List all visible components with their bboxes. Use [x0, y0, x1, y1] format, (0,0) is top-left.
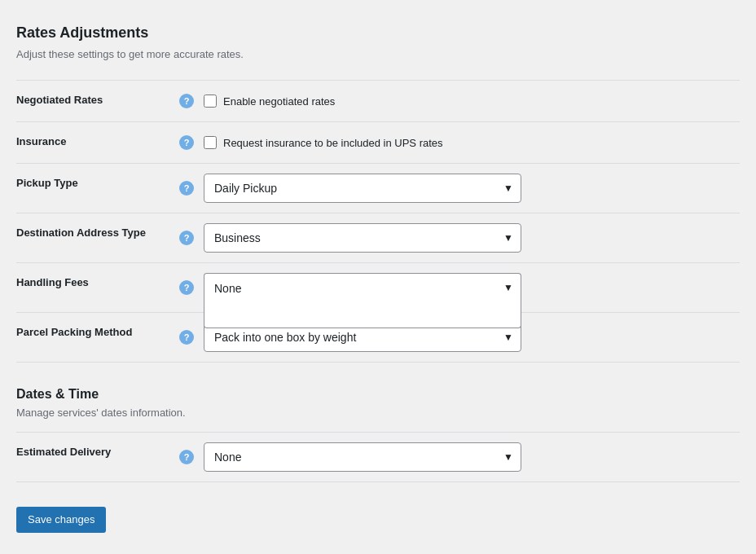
insurance-checkbox-wrapper[interactable]: Request insurance to be included in UPS …	[204, 136, 740, 149]
save-changes-button[interactable]: Save changes	[16, 507, 106, 533]
save-button-container: Save changes	[16, 507, 740, 533]
pickup-type-help-icon[interactable]: ?	[179, 181, 194, 196]
rates-settings-table: Negotiated Rates ? Enable negotiated rat…	[16, 80, 740, 363]
pickup-type-select-wrapper: Daily Pickup Customer Counter One Time P…	[204, 174, 521, 203]
estimated-delivery-label: Estimated Delivery	[16, 433, 179, 482]
rates-section-description: Adjust these settings to get more accura…	[16, 48, 740, 60]
pickup-type-help-cell: ?	[179, 164, 204, 213]
dates-section-description: Manage services' dates information.	[16, 407, 740, 419]
insurance-help-cell: ?	[179, 122, 204, 164]
page-container: Rates Adjustments Adjust these settings …	[16, 16, 740, 541]
destination-address-help-cell: ?	[179, 213, 204, 263]
negotiated-rates-control: Enable negotiated rates	[204, 81, 740, 122]
negotiated-rates-label: Negotiated Rates	[16, 81, 179, 122]
negotiated-rates-checkbox-wrapper[interactable]: Enable negotiated rates	[204, 95, 740, 108]
insurance-control: Request insurance to be included in UPS …	[204, 122, 740, 164]
estimated-delivery-control: None 1 Day 2 Days 3 Days 4 Days 5 Days ▼	[204, 433, 740, 482]
estimated-delivery-help-icon[interactable]: ?	[179, 450, 194, 464]
rates-section-title: Rates Adjustments	[16, 24, 740, 42]
destination-address-label: Destination Address Type	[16, 213, 179, 263]
insurance-row: Insurance ? Request insurance to be incl…	[16, 122, 740, 164]
parcel-packing-help-icon[interactable]: ?	[179, 330, 194, 345]
handling-fees-control: None Fixed Percentage ▼	[204, 263, 740, 313]
insurance-label: Insurance	[16, 122, 179, 164]
negotiated-rates-checkbox[interactable]	[204, 95, 217, 108]
destination-address-select-wrapper: Business Residential ▼	[204, 223, 521, 253]
destination-address-help-icon[interactable]: ?	[179, 231, 194, 245]
estimated-delivery-help-cell: ?	[179, 433, 204, 482]
insurance-checkbox-label: Request insurance to be included in UPS …	[223, 137, 443, 149]
pickup-type-control: Daily Pickup Customer Counter One Time P…	[204, 164, 740, 213]
estimated-delivery-select[interactable]: None 1 Day 2 Days 3 Days 4 Days 5 Days	[204, 442, 521, 472]
estimated-delivery-select-wrapper: None 1 Day 2 Days 3 Days 4 Days 5 Days ▼	[204, 442, 521, 472]
negotiated-rates-help-icon[interactable]: ?	[179, 94, 194, 108]
insurance-checkbox[interactable]	[204, 136, 217, 149]
handling-fees-select-wrapper: None Fixed Percentage ▼	[204, 273, 521, 302]
negotiated-rates-row: Negotiated Rates ? Enable negotiated rat…	[16, 81, 740, 122]
negotiated-rates-help-cell: ?	[179, 81, 204, 122]
handling-fees-help-cell: ?	[179, 263, 204, 313]
negotiated-rates-checkbox-label: Enable negotiated rates	[223, 95, 335, 108]
destination-address-control: Business Residential ▼	[204, 213, 740, 263]
pickup-type-select[interactable]: Daily Pickup Customer Counter One Time P…	[204, 174, 521, 203]
dates-section-title: Dates & Time	[16, 387, 740, 402]
destination-address-row: Destination Address Type ? Business Resi…	[16, 213, 740, 263]
dates-settings-table: Estimated Delivery ? None 1 Day 2 Days 3…	[16, 432, 740, 482]
parcel-packing-label: Parcel Packing Method	[16, 313, 179, 363]
destination-address-select[interactable]: Business Residential	[204, 223, 521, 253]
estimated-delivery-row: Estimated Delivery ? None 1 Day 2 Days 3…	[16, 433, 740, 482]
handling-fees-row: Handling Fees ? None Fixed Percentage ▼	[16, 263, 740, 313]
handling-fees-dropdown-open	[204, 302, 521, 328]
insurance-help-icon[interactable]: ?	[179, 135, 194, 150]
handling-fees-label: Handling Fees	[16, 263, 179, 313]
parcel-packing-help-cell: ?	[179, 313, 204, 363]
pickup-type-label: Pickup Type	[16, 164, 179, 213]
handling-fees-select[interactable]: None Fixed Percentage	[204, 273, 521, 302]
handling-fees-help-icon[interactable]: ?	[179, 280, 194, 295]
pickup-type-row: Pickup Type ? Daily Pickup Customer Coun…	[16, 164, 740, 213]
